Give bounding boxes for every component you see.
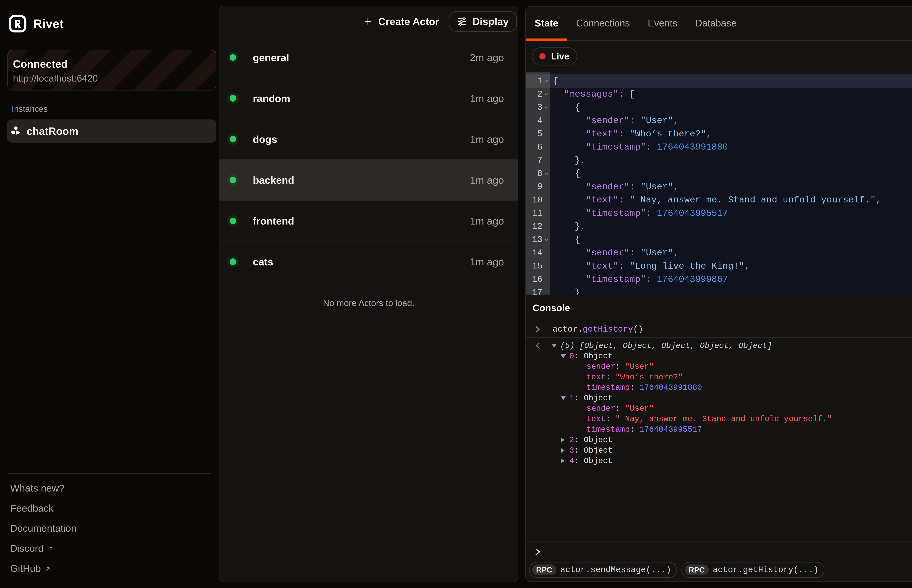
echo-object: actor xyxy=(552,325,578,334)
code-line: "text": "Who’s there?", xyxy=(550,127,912,141)
tab-events[interactable]: Events xyxy=(639,6,686,40)
actor-time: 1m ago xyxy=(470,256,504,268)
rpc-tag: RPC xyxy=(532,564,556,575)
result-item-4[interactable]: 4: Object xyxy=(526,456,912,466)
state-editor[interactable]: 12345678910111213141516171819 { "message… xyxy=(526,72,912,294)
rpc-code: actor.sendMessage(...) xyxy=(560,565,671,575)
result-item-3[interactable]: 3: Object xyxy=(526,445,912,456)
sliders-icon xyxy=(457,16,467,27)
sidebar-link-discord[interactable]: Discord xyxy=(10,538,76,558)
actor-status-icon xyxy=(227,93,239,104)
code-token: " Nay, answer me. Stand and unfold yours… xyxy=(630,195,876,205)
sidebar-link-label: Feedback xyxy=(10,502,53,514)
code-token: : xyxy=(618,195,630,205)
line-number: 12 xyxy=(526,221,542,231)
code-token: "User" xyxy=(641,182,673,192)
tree-arrow[interactable] xyxy=(561,437,569,443)
line-number: 15 xyxy=(526,261,542,271)
sidebar-link-github[interactable]: GitHub xyxy=(10,558,76,578)
code-token: "sender" xyxy=(586,248,630,258)
live-badge[interactable]: Live xyxy=(532,47,577,65)
connection-card: Connected http://localhost:6420 xyxy=(8,50,216,90)
code-token: , xyxy=(673,248,679,258)
gutter-line: 9 xyxy=(526,180,550,194)
result-prop-text: text: " Nay, answer me. Stand and unfold… xyxy=(526,414,912,424)
actor-name: frontend xyxy=(253,215,470,227)
display-button[interactable]: Display xyxy=(449,11,517,32)
tree-arrow[interactable] xyxy=(561,448,569,453)
actor-status-icon xyxy=(227,215,239,226)
actor-name: dogs xyxy=(253,133,470,145)
result-item-1[interactable]: 1: Object xyxy=(526,393,912,403)
state-toolbar: Live xyxy=(526,41,912,72)
fold-chevron-icon[interactable] xyxy=(544,92,549,97)
code-token xyxy=(553,234,575,245)
code-token: : xyxy=(618,89,630,99)
sidebar-item-chatroom[interactable]: chatRoom xyxy=(7,120,216,143)
console-result: (5) [Object, Object, Object, Object, Obj… xyxy=(526,338,912,470)
editor-gutter: 12345678910111213141516171819 xyxy=(526,72,550,294)
code-token: "text" xyxy=(586,195,618,205)
tab-database[interactable]: Database xyxy=(686,6,746,40)
echo-args: () xyxy=(633,325,643,334)
code-token xyxy=(553,168,575,179)
live-dot-icon xyxy=(539,53,546,60)
sidebar-link-documentation[interactable]: Documentation xyxy=(10,518,76,538)
line-number: 6 xyxy=(526,142,542,152)
inspector-panel: StateConnectionsEventsDatabase Running L… xyxy=(525,6,912,582)
brand[interactable]: Rivet xyxy=(9,15,64,33)
gutter-line: 8 xyxy=(526,167,550,180)
actor-row-random[interactable]: random1m ago xyxy=(220,78,518,119)
tab-connections[interactable]: Connections xyxy=(567,6,639,40)
fold-chevron-icon[interactable] xyxy=(544,237,549,242)
tree-arrow[interactable] xyxy=(561,396,569,400)
code-token: { xyxy=(553,76,558,86)
create-actor-button[interactable]: Create Actor xyxy=(363,16,439,27)
actor-row-dogs[interactable]: dogs1m ago xyxy=(220,119,518,160)
actor-row-backend[interactable]: backend1m ago xyxy=(220,160,518,200)
console-header[interactable]: Console xyxy=(526,294,912,321)
gutter-line: 11 xyxy=(526,207,550,220)
line-number: 14 xyxy=(526,248,542,258)
console-echo-row: actor.getHistory() xyxy=(526,321,912,338)
code-token: "sender" xyxy=(586,182,630,192)
collapsed-triangle-icon xyxy=(561,448,565,453)
sidebar-link-whats-new-[interactable]: Whats new? xyxy=(10,478,76,498)
actor-status-icon xyxy=(227,174,239,186)
console-input-row[interactable] xyxy=(526,541,912,562)
code-line: { xyxy=(550,233,912,246)
fold-chevron-icon[interactable] xyxy=(544,171,549,176)
code-token xyxy=(553,89,564,99)
code-token: : xyxy=(618,129,630,139)
fold-chevron-icon[interactable] xyxy=(544,79,549,83)
fold-chevron-icon[interactable] xyxy=(544,105,549,110)
actor-row-general[interactable]: general2m ago xyxy=(220,37,518,78)
display-label: Display xyxy=(473,16,509,27)
code-line: { xyxy=(550,167,912,180)
tab-state[interactable]: State xyxy=(526,6,567,40)
actor-time: 1m ago xyxy=(470,92,504,104)
result-item-0[interactable]: 0: Object xyxy=(526,351,912,361)
code-token: } xyxy=(575,288,580,294)
actor-row-frontend[interactable]: frontend1m ago xyxy=(220,200,518,241)
rpc-chip-actor-sendMessage-[interactable]: RPCactor.sendMessage(...) xyxy=(529,562,677,578)
sidebar-link-feedback[interactable]: Feedback xyxy=(10,498,76,518)
chevron-right-icon xyxy=(534,547,541,556)
result-item-2[interactable]: 2: Object xyxy=(526,435,912,445)
code-line: "text": " Nay, answer me. Stand and unfo… xyxy=(550,194,912,207)
rpc-chip-actor-getHistory-[interactable]: RPCactor.getHistory(...) xyxy=(681,562,825,578)
sidebar-item-label: chatRoom xyxy=(27,125,78,137)
tree-arrow[interactable] xyxy=(561,354,569,358)
console-panel: Console actor.getHistory() (5) [Object, … xyxy=(526,294,912,582)
code-token: "User" xyxy=(641,248,673,258)
tree-arrow[interactable] xyxy=(552,344,560,347)
actor-row-cats[interactable]: cats1m ago xyxy=(220,241,518,282)
tree-arrow[interactable] xyxy=(561,458,569,464)
code-token xyxy=(553,208,586,218)
echo-dot: . xyxy=(578,325,583,334)
gutter-line: 14 xyxy=(526,246,550,260)
result-summary-row[interactable]: (5) [Object, Object, Object, Object, Obj… xyxy=(526,341,912,351)
code-token: "text" xyxy=(586,129,618,139)
code-line: { xyxy=(550,101,912,114)
code-token: : xyxy=(630,248,641,258)
